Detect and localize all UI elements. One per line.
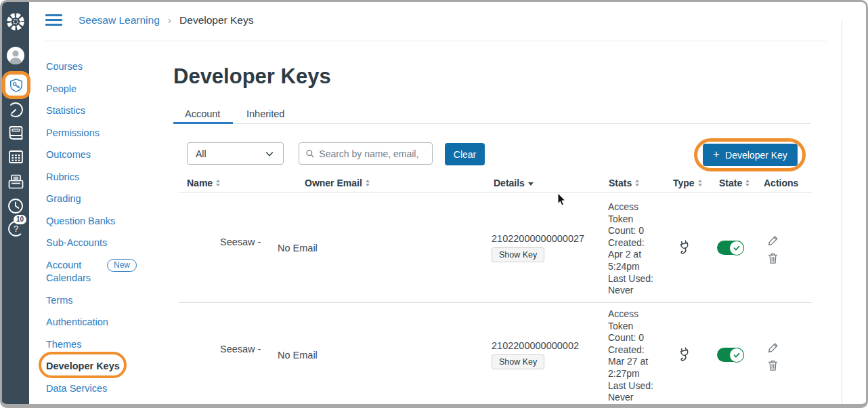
breadcrumb-separator: › bbox=[168, 15, 171, 26]
column-header-state[interactable]: State bbox=[719, 178, 750, 188]
column-header-owner-email[interactable]: Owner Email bbox=[305, 178, 370, 188]
search-box bbox=[299, 142, 433, 165]
sort-desc-icon bbox=[528, 182, 534, 186]
clear-button[interactable]: Clear bbox=[445, 143, 485, 165]
breadcrumb-account-link[interactable]: Seesaw Learning bbox=[79, 14, 160, 26]
subnav-item-rubrics[interactable]: Rubrics bbox=[46, 171, 148, 184]
subnav-item-permissions[interactable]: Permissions bbox=[46, 127, 148, 140]
courses-book-icon[interactable] bbox=[2, 124, 29, 142]
breadcrumb-current: Developer Keys bbox=[179, 14, 253, 26]
header-divider bbox=[43, 41, 826, 41]
calendar-icon[interactable] bbox=[2, 148, 29, 166]
admin-nav-highlighted[interactable] bbox=[2, 71, 30, 99]
show-key-button[interactable]: Show Key bbox=[492, 354, 544, 369]
state-toggle-on[interactable] bbox=[717, 348, 744, 362]
delete-trash-icon[interactable] bbox=[767, 359, 779, 371]
owner-email: No Email bbox=[278, 243, 318, 253]
key-name: Seesaw - bbox=[220, 344, 261, 354]
plug-icon bbox=[676, 346, 693, 364]
key-stats: Access Token Count: 0 Created: Mar 27 at… bbox=[608, 308, 669, 404]
delete-trash-icon[interactable] bbox=[767, 252, 779, 264]
column-header-name[interactable]: Name bbox=[187, 178, 220, 188]
toggle-knob bbox=[729, 241, 744, 256]
key-name: Seesaw - bbox=[220, 237, 261, 247]
sort-icon bbox=[745, 180, 750, 186]
key-type-filter-select[interactable]: All bbox=[187, 142, 284, 165]
key-stats: Access Token Count: 0 Created: Apr 2 at … bbox=[608, 201, 669, 297]
inbox-tray-icon[interactable] bbox=[2, 172, 29, 192]
app-window: ? 10 Seesaw Learning › Developer Keys Co… bbox=[0, 0, 868, 408]
show-key-button[interactable]: Show Key bbox=[492, 247, 544, 262]
search-input[interactable] bbox=[319, 148, 426, 159]
page-title: Developer Keys bbox=[173, 64, 331, 89]
state-toggle-on[interactable] bbox=[717, 241, 744, 255]
user-avatar-icon[interactable] bbox=[2, 45, 29, 66]
canvas-logo-icon bbox=[5, 12, 26, 32]
toggle-knob bbox=[729, 348, 744, 363]
plug-icon bbox=[676, 239, 693, 257]
dashboard-gauge-icon[interactable] bbox=[2, 101, 29, 119]
subnav-item-people[interactable]: People bbox=[46, 83, 148, 96]
search-icon bbox=[305, 148, 314, 159]
sort-icon bbox=[366, 180, 370, 186]
sort-icon bbox=[635, 180, 639, 186]
column-header-actions: Actions bbox=[764, 178, 798, 188]
canvas-logo-icon[interactable] bbox=[2, 12, 29, 32]
active-tab-underline bbox=[173, 122, 233, 124]
subnav-item-outcomes[interactable]: Outcomes bbox=[46, 148, 148, 162]
tab-account[interactable]: Account bbox=[185, 108, 220, 119]
plus-icon: + bbox=[713, 148, 720, 161]
column-header-type[interactable]: Type bbox=[673, 178, 702, 188]
breadcrumb: Seesaw Learning › Developer Keys bbox=[79, 14, 254, 26]
key-id: 21022000000000027 bbox=[492, 233, 584, 244]
subnav-item-courses[interactable]: Courses bbox=[46, 60, 148, 74]
chevron-down-icon bbox=[264, 148, 275, 159]
table-row: Seesaw - No Email 2102200000000002 Show … bbox=[2, 302, 868, 405]
key-type-filter-value: All bbox=[196, 148, 207, 159]
tab-inherited[interactable]: Inherited bbox=[246, 108, 284, 119]
tabs-divider bbox=[173, 123, 811, 124]
sort-icon bbox=[216, 180, 220, 186]
edit-pencil-icon[interactable] bbox=[768, 342, 779, 353]
column-header-details[interactable]: Details bbox=[494, 178, 534, 188]
key-id: 2102200000000002 bbox=[492, 340, 579, 351]
admin-shield-icon bbox=[9, 78, 24, 93]
hamburger-menu-icon[interactable] bbox=[45, 14, 62, 26]
table-row: Seesaw - No Email 21022000000000027 Show… bbox=[2, 192, 868, 302]
add-developer-key-button[interactable]: + Developer Key bbox=[703, 144, 798, 166]
vertical-scrollbar[interactable] bbox=[842, 20, 842, 404]
column-header-stats[interactable]: Stats bbox=[609, 178, 639, 188]
edit-pencil-icon[interactable] bbox=[768, 234, 779, 246]
owner-email: No Email bbox=[278, 350, 318, 361]
subnav-item-statistics[interactable]: Statistics bbox=[46, 104, 148, 118]
sort-icon bbox=[698, 180, 702, 186]
